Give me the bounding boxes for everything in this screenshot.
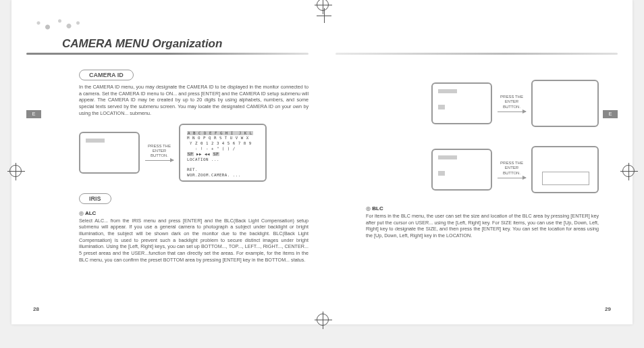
- arrow-block: PRESS THE ENTER BUTTON.: [145, 144, 173, 161]
- screen-box-dest-1: [531, 80, 599, 127]
- screen-placeholder-bar: [438, 155, 457, 159]
- screen-box-char-grid: A B C D E F G H I J K L M N O P Q R S T …: [179, 124, 267, 182]
- blc-body: For items in the BLC menu, the user can …: [366, 213, 599, 239]
- char-grid: A B C D E F G H I J K L M N O P Q R S T …: [184, 129, 261, 180]
- section-label-camera-id: CAMERA ID: [79, 70, 134, 80]
- arrow-icon: [498, 178, 526, 178]
- arrow-icon: [498, 111, 526, 112]
- arrow-block: PRESS THE ENTER BUTTON.: [498, 161, 526, 178]
- screen-box-src-2: [431, 149, 492, 191]
- registration-mark-right: [622, 165, 635, 177]
- arrow-icon: [145, 160, 173, 161]
- side-tab-right: E: [603, 110, 618, 118]
- inner-rect: [542, 172, 589, 185]
- blc-diagram-1: PRESS THE ENTER BUTTON.: [366, 80, 599, 127]
- char-row-2: M N O P Q R S T U V W X: [187, 136, 249, 140]
- section-label-iris: IRIS: [79, 193, 111, 204]
- arrow-label: PRESS THE ENTER BUTTON.: [148, 144, 171, 159]
- blc-diagram-2: PRESS THE ENTER BUTTON.: [366, 146, 599, 193]
- registration-mark-bottom: [317, 314, 329, 326]
- alc-body: Select ALC... from the IRIS menu and pre…: [79, 218, 308, 264]
- screen-placeholder-sq: [438, 171, 445, 176]
- page-title: CAMERA MENU Organization: [62, 37, 222, 51]
- arrow-label: PRESS THE ENTER BUTTON.: [500, 95, 523, 109]
- page-number-left: 28: [33, 306, 39, 312]
- arrow-block: PRESS THE ENTER BUTTON.: [498, 95, 526, 112]
- char-row-8: WOR.ZOOM.CAMERA. ...: [187, 173, 241, 177]
- title-rule-right: [336, 53, 618, 55]
- screen-placeholder-bar: [86, 139, 105, 143]
- char-row-7: RET.: [187, 168, 198, 172]
- camera-id-body: In the CAMERA ID menu, you may designate…: [79, 84, 308, 117]
- screen-box-dest-2: [531, 146, 599, 193]
- char-row-5b: SP: [213, 152, 219, 156]
- screen-placeholder-sq: [438, 105, 445, 109]
- screen-placeholder-bar: [438, 89, 457, 93]
- page-number-right: 29: [605, 306, 611, 312]
- registration-mark-top: [317, 0, 329, 11]
- left-page-content: CAMERA ID In the CAMERA ID menu, you may…: [79, 68, 308, 269]
- char-row-3: Y Z 0 1 2 3 4 5 6 7 8 9: [187, 141, 252, 145]
- sub-heading-blc: BLC: [366, 205, 599, 212]
- sub-heading-alc: ALC: [79, 210, 308, 216]
- right-page-content: PRESS THE ENTER BUTTON. PRESS THE ENTER …: [366, 68, 599, 245]
- char-row-4: : ! - + " ( ) /: [187, 147, 236, 151]
- droplet-decoration: [26, 15, 87, 35]
- char-row-5a: SP: [187, 152, 194, 156]
- page-spread: CAMERA MENU Organization E E CAMERA ID I…: [11, 0, 633, 324]
- camera-id-diagram: PRESS THE ENTER BUTTON. A B C D E F G H …: [79, 124, 308, 182]
- registration-mark-left: [9, 165, 22, 177]
- screen-box-src-1: [431, 82, 492, 124]
- screen-box-source: [79, 132, 140, 174]
- title-rule-left: [26, 53, 308, 55]
- char-row-1: A B C D E F G H I J K L: [187, 131, 253, 135]
- side-tab-left: E: [26, 110, 41, 118]
- arrow-label: PRESS THE ENTER BUTTON.: [500, 161, 523, 176]
- char-row-6: LOCATION ...: [187, 157, 219, 161]
